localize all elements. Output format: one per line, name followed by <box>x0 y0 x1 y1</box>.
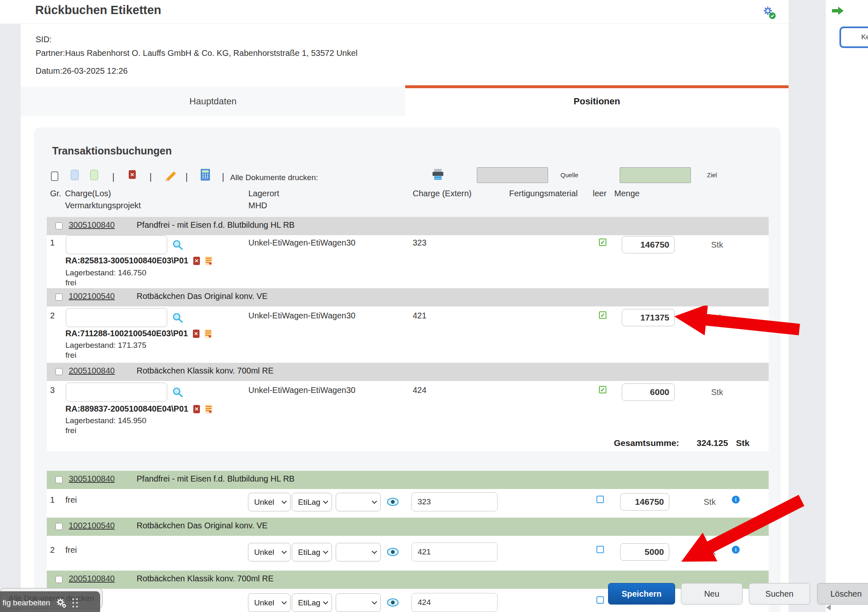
group-checkbox[interactable] <box>55 576 63 583</box>
delivery-note-icon[interactable] <box>205 405 212 414</box>
row-number: 1 <box>50 495 55 505</box>
tab-hauptdaten[interactable]: Hauptdaten <box>21 87 405 116</box>
copy-green-icon[interactable] <box>90 170 98 180</box>
group-checkbox[interactable] <box>55 222 63 229</box>
edit-pencil-icon[interactable] <box>164 169 176 181</box>
delete-ra-icon[interactable] <box>193 405 200 413</box>
lager-select[interactable]: EtiLag <box>292 493 332 511</box>
empty-select[interactable] <box>336 543 381 561</box>
menge-input[interactable] <box>622 383 675 401</box>
row-number: 3 <box>50 386 55 395</box>
group-code-link[interactable]: 3005100840 <box>69 220 115 230</box>
lager-select[interactable]: EtiLag <box>292 543 332 561</box>
menge-input[interactable] <box>620 543 669 561</box>
col-menge: Menge <box>614 189 640 198</box>
speichern-label: Speichern <box>622 589 662 599</box>
row-number: 2 <box>50 545 55 555</box>
leer-checkbox-checked[interactable] <box>599 386 606 393</box>
calculator-icon[interactable] <box>201 169 210 181</box>
copy-blue-icon[interactable] <box>71 170 79 180</box>
lager-select[interactable]: EtiLag <box>292 593 332 612</box>
section-heading: Transaktionsbuchungen <box>52 145 172 157</box>
group-checkbox[interactable] <box>55 294 63 301</box>
col-lagerort: Lagerort <box>248 189 279 198</box>
speichern-button[interactable]: Speichern <box>608 583 675 605</box>
search-icon[interactable] <box>172 312 183 323</box>
search-icon[interactable] <box>172 387 183 398</box>
leer-checkbox[interactable] <box>596 546 604 553</box>
charge-input[interactable] <box>66 235 167 254</box>
delivery-note-icon[interactable] <box>204 329 212 338</box>
einheit-label: Stk <box>711 388 723 397</box>
menge-input[interactable] <box>622 236 675 253</box>
lagerort-value: Unkel-EtiWagen-EtiWagen30 <box>248 311 356 320</box>
lager-select-value: EtiLag <box>298 498 320 507</box>
kei-button[interactable]: Kei <box>839 27 868 48</box>
suchen-button[interactable]: Suchen <box>749 583 810 605</box>
col-fertigungsmaterial: Fertigungsmaterial <box>509 189 578 198</box>
group-checkbox[interactable] <box>55 476 63 483</box>
charge-extern-input[interactable] <box>411 593 498 612</box>
quelle-input[interactable] <box>477 167 548 183</box>
printer-icon[interactable] <box>432 169 444 180</box>
empty-select[interactable] <box>336 493 381 511</box>
leer-checkbox-checked[interactable] <box>599 311 606 319</box>
eye-icon[interactable] <box>387 547 399 557</box>
leer-checkbox[interactable] <box>596 496 604 503</box>
frei-label: frei <box>65 278 76 287</box>
ort-select[interactable]: Unkel <box>248 493 291 511</box>
status-label: frei <box>65 545 77 555</box>
chevron-down-icon <box>281 599 287 605</box>
tab-positionen[interactable]: Positionen <box>405 87 789 116</box>
quelle-label: Quelle <box>560 171 578 178</box>
group-code-link[interactable]: 2005100840 <box>69 574 115 583</box>
group-checkbox[interactable] <box>55 368 63 375</box>
group-checkbox[interactable] <box>55 523 63 530</box>
ort-select[interactable]: Unkel <box>248 543 291 561</box>
ort-select-value: Unkel <box>254 498 274 507</box>
ra-line: RA:711288-1002100540E03\P01 <box>65 329 212 338</box>
col-mhd: MHD <box>248 201 267 210</box>
charge-input[interactable] <box>66 308 167 327</box>
empty-select[interactable] <box>336 593 381 612</box>
lagerort-value: Unkel-EtiWagen-EtiWagen30 <box>248 386 356 395</box>
neu-button[interactable]: Neu <box>681 583 743 605</box>
eye-icon[interactable] <box>387 598 399 607</box>
ort-select-value: Unkel <box>254 548 274 557</box>
green-arrow-icon[interactable] <box>832 7 844 15</box>
delivery-note-icon[interactable] <box>205 256 212 265</box>
group-code-link[interactable]: 2005100840 <box>69 366 115 376</box>
ra-line: RA:825813-3005100840E03\P01 <box>65 256 212 265</box>
delete-ra-icon[interactable] <box>193 330 200 338</box>
charge-input[interactable] <box>66 383 167 402</box>
menge-input[interactable] <box>622 309 675 326</box>
ziel-input[interactable] <box>620 167 691 183</box>
chevron-down-icon <box>372 549 377 554</box>
select-all-checkbox[interactable] <box>51 171 58 181</box>
ort-select[interactable]: Unkel <box>248 593 291 612</box>
loeschen-button[interactable]: Löschen <box>817 583 868 605</box>
red-arrow-annotation <box>671 487 812 574</box>
drag-grip-icon[interactable] <box>72 598 78 607</box>
charge-extern-input[interactable] <box>411 542 498 561</box>
scrollbar-left-arrow[interactable] <box>826 605 831 610</box>
lagerbestand-line: Lagerbestand: 146.750 <box>65 268 146 277</box>
ort-select-value: Unkel <box>254 598 274 607</box>
lagerbestand-line: Lagerbestand: 145.950 <box>65 416 146 425</box>
leer-checkbox[interactable] <box>596 596 604 604</box>
group-code-link[interactable]: 3005100840 <box>69 474 115 484</box>
chevron-down-icon <box>323 499 328 504</box>
eye-icon[interactable] <box>387 497 399 506</box>
drag-tooltip-overlay[interactable]: fig bearbeiten <box>0 591 100 612</box>
charge-extern-input[interactable] <box>411 492 498 511</box>
group-name: Rotbäckchen Klassik konv. 700ml RE <box>137 366 274 376</box>
delete-ra-icon[interactable] <box>193 257 200 265</box>
leer-checkbox-checked[interactable] <box>599 239 606 246</box>
charge-extern-value: 424 <box>413 386 426 395</box>
delete-icon[interactable] <box>129 170 136 179</box>
group-code-link[interactable]: 1002100540 <box>69 521 115 530</box>
group-code-link[interactable]: 1002100540 <box>69 292 115 301</box>
settings-check-icon[interactable] <box>762 6 777 20</box>
search-icon[interactable] <box>172 239 183 250</box>
menge-input[interactable] <box>620 493 669 511</box>
